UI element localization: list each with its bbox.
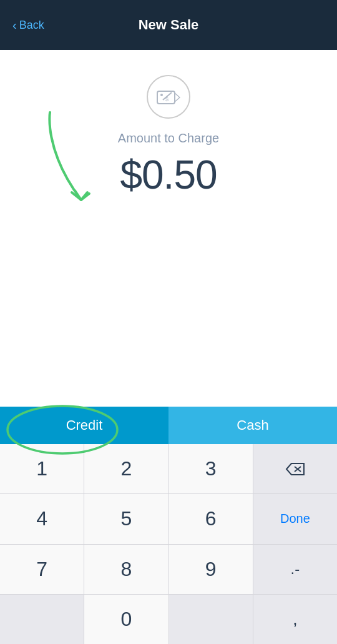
decimal-key[interactable]: .-: [253, 545, 337, 594]
credit-tab[interactable]: Credit: [0, 407, 168, 444]
svg-point-1: [160, 94, 163, 96]
amount-value: $0.50: [120, 152, 217, 198]
key-0[interactable]: 0: [84, 595, 168, 644]
back-label: Back: [19, 19, 44, 32]
payment-tabs: Credit Cash: [0, 407, 337, 444]
key-1[interactable]: 1: [0, 444, 84, 493]
chevron-left-icon: ‹: [12, 18, 17, 32]
key-4[interactable]: 4: [0, 494, 84, 543]
key-empty-left: [0, 595, 84, 644]
back-button[interactable]: ‹ Back: [12, 18, 44, 32]
key-3[interactable]: 3: [169, 444, 253, 493]
done-key[interactable]: Done: [253, 494, 337, 543]
money-icon: $: [147, 75, 190, 119]
cash-tab[interactable]: Cash: [168, 407, 337, 444]
key-2[interactable]: 2: [84, 444, 168, 493]
key-comma[interactable]: ,: [253, 595, 337, 644]
header: ‹ Back New Sale: [0, 0, 337, 50]
amount-label: Amount to Charge: [118, 131, 219, 146]
backspace-key[interactable]: [253, 444, 337, 493]
main-content: $ Amount to Charge $0.50: [0, 50, 337, 407]
numpad: 1 2 3 4 5 6 Done 7 8 9 .- 0 ,: [0, 444, 337, 644]
key-6[interactable]: 6: [169, 494, 253, 543]
key-7[interactable]: 7: [0, 545, 84, 594]
key-9[interactable]: 9: [169, 545, 253, 594]
backspace-icon: [285, 462, 305, 476]
key-empty-right: [169, 595, 253, 644]
price-tag-icon: $: [157, 88, 180, 106]
key-5[interactable]: 5: [84, 494, 168, 543]
key-8[interactable]: 8: [84, 545, 168, 594]
svg-text:$: $: [165, 96, 168, 102]
page-title: New Sale: [139, 17, 199, 33]
